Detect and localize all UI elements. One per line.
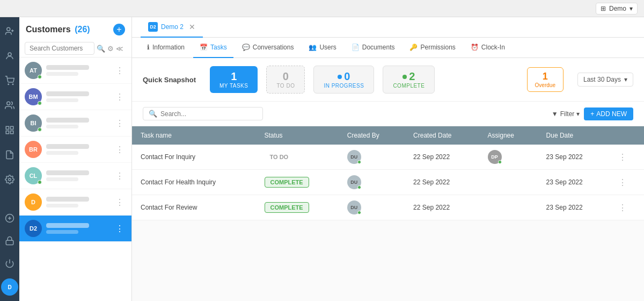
avatar: BM xyxy=(25,88,42,105)
assignee-cell xyxy=(479,195,538,220)
list-item[interactable]: D ⋮ xyxy=(19,189,131,216)
in-progress-card[interactable]: 0 IN PROGRESS xyxy=(313,66,374,94)
svg-rect-9 xyxy=(6,131,9,134)
created-by-avatar: DU xyxy=(347,175,361,189)
subnav-tasks[interactable]: 📅 Tasks xyxy=(193,38,233,58)
list-item[interactable]: CL ⋮ xyxy=(19,163,131,189)
svg-point-4 xyxy=(8,84,9,85)
list-item[interactable]: D2 ⋮ xyxy=(19,216,131,242)
more-icon[interactable]: ⋮ xyxy=(113,170,126,182)
complete-count: 2 xyxy=(409,70,415,83)
add-customer-button[interactable]: + xyxy=(113,24,125,35)
complete-label: COMPLETE xyxy=(393,83,425,89)
contacts-icon[interactable] xyxy=(2,48,17,63)
more-icon[interactable]: ⋮ xyxy=(113,196,126,209)
avatar: AT xyxy=(25,62,42,79)
document-icon[interactable] xyxy=(2,147,17,162)
row-more-icon[interactable]: ⋮ xyxy=(618,153,627,162)
subnav-information[interactable]: ℹ Information xyxy=(141,38,191,58)
status-badge: TO DO xyxy=(265,152,294,162)
add-new-button[interactable]: + ADD NEW xyxy=(584,108,633,120)
filter-icon[interactable]: ⚙ xyxy=(107,45,114,53)
list-item[interactable]: BM ⋮ xyxy=(19,84,131,110)
more-icon[interactable]: ⋮ xyxy=(113,223,126,235)
actions-cell: ⋮ xyxy=(610,145,644,170)
content-area: Quick Snapshot 1 My Tasks 0 TO DO 0 IN P… xyxy=(132,58,644,301)
more-icon[interactable]: ⋮ xyxy=(113,91,126,103)
subnav-clockin[interactable]: ⏰ Clock-In xyxy=(464,38,511,58)
col-created-by: Created By xyxy=(339,126,405,145)
cart-icon[interactable] xyxy=(2,73,17,88)
todo-card[interactable]: 0 TO DO xyxy=(266,66,305,94)
svg-point-0 xyxy=(7,27,10,31)
due-date-cell: 23 Sep 2022 xyxy=(538,145,610,170)
list-item[interactable]: BR ⋮ xyxy=(19,137,131,163)
overdue-box[interactable]: 1 Overdue xyxy=(527,67,564,92)
subnav-permissions[interactable]: 🔑 Permissions xyxy=(403,38,462,58)
tasks-icon: 📅 xyxy=(200,44,208,51)
subnav-documents[interactable]: 📄 Documents xyxy=(345,38,401,58)
search-icon[interactable]: 🔍 xyxy=(97,45,105,53)
user-avatar-bottom[interactable]: D xyxy=(1,278,18,296)
more-icon[interactable]: ⋮ xyxy=(113,144,126,156)
main-content: D2 Demo 2 ✕ ℹ Information 📅 Tasks 💬 Conv… xyxy=(132,0,644,301)
subnav-conversations[interactable]: 💬 Conversations xyxy=(236,38,301,58)
date-filter[interactable]: Last 30 Days ▾ xyxy=(577,73,633,87)
todo-count: 0 xyxy=(283,70,289,83)
assignee-dot xyxy=(498,160,502,164)
settings-icon[interactable] xyxy=(2,172,17,187)
table-row[interactable]: Contact For Review COMPLETE DU 22 Sep 20… xyxy=(132,195,644,220)
search-input[interactable] xyxy=(25,42,94,55)
customer-list: AT ⋮ BM ⋮ BI ⋮ BR ⋮ CL ⋮ D xyxy=(19,58,131,301)
my-tasks-card[interactable]: 1 My Tasks xyxy=(210,66,258,93)
filter-chevron: ▾ xyxy=(576,110,580,118)
in-progress-label: IN PROGRESS xyxy=(324,83,364,89)
demo-selector[interactable]: ⊞ Demo ▾ xyxy=(596,3,638,15)
collapse-icon[interactable]: ≪ xyxy=(116,45,123,53)
more-icon[interactable]: ⋮ xyxy=(113,117,126,130)
svg-rect-8 xyxy=(11,126,13,129)
add-circle-icon[interactable] xyxy=(2,211,17,226)
add-user-icon[interactable] xyxy=(2,24,17,39)
list-item[interactable]: AT ⋮ xyxy=(19,58,131,84)
power-icon[interactable] xyxy=(2,256,17,271)
tasks-search-input[interactable] xyxy=(160,110,257,118)
tab-close-icon[interactable]: ✕ xyxy=(189,23,195,31)
svg-point-3 xyxy=(8,53,11,56)
col-created-date: Created Date xyxy=(405,126,479,145)
todo-label: TO DO xyxy=(276,83,295,89)
more-icon[interactable]: ⋮ xyxy=(113,64,126,77)
row-more-icon[interactable]: ⋮ xyxy=(618,178,627,187)
search-icon: 🔍 xyxy=(149,110,157,118)
overdue-count: 1 xyxy=(543,71,548,82)
left-nav: D xyxy=(0,0,19,301)
in-progress-count: 0 xyxy=(344,70,350,83)
tab-avatar: D2 xyxy=(148,22,158,32)
table-row[interactable]: Contact For Health Inquiry COMPLETE DU 2… xyxy=(132,170,644,195)
toolbar-right: ▼ Filter ▾ + ADD NEW xyxy=(552,108,633,120)
svg-rect-7 xyxy=(6,126,9,129)
complete-card[interactable]: 2 COMPLETE xyxy=(383,66,435,94)
list-item[interactable]: BI ⋮ xyxy=(19,110,131,137)
status-cell: COMPLETE xyxy=(256,195,339,220)
team-icon[interactable] xyxy=(2,98,17,113)
svg-point-5 xyxy=(12,84,13,85)
apps-icon[interactable] xyxy=(2,123,17,138)
subnav-users[interactable]: 👥 Users xyxy=(302,38,342,58)
grid-icon: ⊞ xyxy=(601,5,606,12)
status-badge: COMPLETE xyxy=(265,177,309,188)
table-row[interactable]: Contact For Inquiry TO DO DU 22 Sep 2022… xyxy=(132,145,644,170)
task-name-cell: Contact For Inquiry xyxy=(132,145,256,170)
created-by-avatar: DU xyxy=(347,200,361,214)
nav-bottom: D xyxy=(1,211,18,296)
chevron-down-icon: ▾ xyxy=(630,5,633,12)
in-progress-dot xyxy=(338,75,342,79)
date-filter-label: Last 30 Days xyxy=(583,76,621,83)
row-more-icon[interactable]: ⋮ xyxy=(618,203,627,212)
quick-snapshot-label: Quick Snapshot xyxy=(143,76,196,84)
filter-button[interactable]: ▼ Filter ▾ xyxy=(552,110,580,118)
topbar: ⊞ Demo ▾ xyxy=(0,0,644,17)
tab-demo2[interactable]: D2 Demo 2 ✕ xyxy=(141,17,203,38)
creator-dot xyxy=(357,185,361,189)
lock-icon[interactable] xyxy=(2,233,17,248)
